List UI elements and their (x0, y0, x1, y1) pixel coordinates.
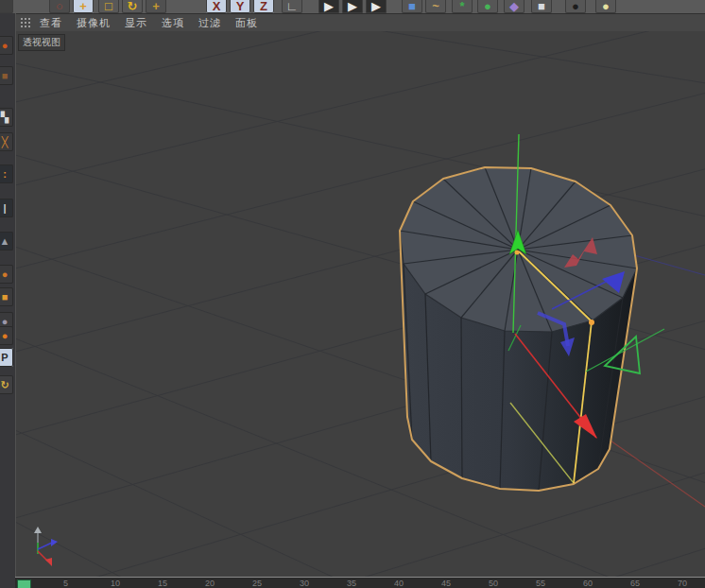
render-settings-icon: ▶ (371, 0, 381, 13)
menu-item-3[interactable]: 选项 (162, 16, 184, 30)
add-primitive-cube-icon: ■ (408, 0, 416, 13)
gizmo-center-handle[interactable] (515, 251, 520, 255)
light-icon: ● (602, 0, 610, 13)
texture-basket-button[interactable]: ■ (0, 287, 13, 306)
volume-button[interactable]: ● (477, 0, 498, 13)
render-settings-button[interactable]: ▶ (366, 0, 387, 13)
lock-y-axis-button[interactable]: Y (230, 0, 250, 13)
make-editable-icon: ● (2, 40, 9, 51)
points-mode-button[interactable]: : (0, 164, 13, 183)
edges-mode-icon: | (3, 202, 6, 214)
deformer-button[interactable]: ◆ (504, 0, 524, 13)
quantize-button[interactable]: ↻ (0, 375, 13, 394)
timeline-tick: 10 (111, 579, 120, 588)
lock-z-axis-icon: Z (260, 0, 267, 13)
render-region-button[interactable]: ▶ (342, 0, 363, 13)
last-used-tool-icon: + (152, 0, 160, 13)
coordinate-system-icon: ∟ (286, 0, 299, 13)
snap-enabled-icon: P (1, 352, 8, 363)
texture-mode-button[interactable]: ▚ (0, 108, 13, 127)
axis-modify-button[interactable]: ● (0, 326, 13, 345)
quantize-icon: ↻ (0, 379, 9, 391)
timeline-tick: 30 (300, 579, 309, 588)
tool-partial-button[interactable] (0, 0, 13, 13)
menu-item-1[interactable]: 摄像机 (77, 16, 111, 30)
render-view-button[interactable]: ▶ (318, 0, 339, 13)
lock-z-axis-button[interactable]: Z (253, 0, 274, 13)
timeline-tick: 15 (158, 579, 167, 588)
axis-modify-icon: ● (2, 330, 9, 341)
timeline-tick: 60 (583, 579, 593, 588)
deformer-icon: ◆ (509, 0, 519, 13)
last-used-tool-button[interactable]: + (146, 0, 166, 13)
polygons-mode-button[interactable]: ▲ (0, 232, 13, 251)
menu-item-2[interactable]: 显示 (125, 16, 147, 30)
spline-pen-icon: ~ (432, 0, 439, 13)
timeline-tick: 25 (252, 579, 262, 588)
timeline-tick: 5 (63, 579, 68, 588)
timeline-tick: 20 (205, 579, 215, 588)
light-button[interactable]: ● (595, 0, 616, 13)
texture-basket-icon: ■ (2, 291, 9, 303)
rotate-tool-icon: ↻ (128, 0, 138, 13)
scale-tool-button[interactable]: □ (98, 0, 119, 13)
spline-pen-button[interactable]: ~ (425, 0, 446, 13)
menu-item-4[interactable]: 过滤 (198, 16, 221, 30)
rotate-tool-button[interactable]: ↻ (122, 0, 143, 13)
mograph-button[interactable]: * (452, 0, 473, 13)
floor-button[interactable]: ■ (531, 0, 552, 13)
view-label: 透视视图 (18, 34, 65, 51)
live-selection-button[interactable]: ○ (49, 0, 70, 13)
render-region-icon: ▶ (348, 0, 357, 13)
lock-y-axis-icon: Y (236, 0, 245, 13)
workplane-mode-icon: ╳ (2, 136, 9, 148)
polygons-mode-icon: ▲ (0, 235, 9, 247)
lock-x-axis-button[interactable]: X (206, 0, 227, 13)
texture-mode-icon: ▚ (1, 112, 9, 124)
move-tool-button[interactable]: + (73, 0, 94, 13)
scale-tool-icon: □ (105, 0, 112, 13)
timeline-playhead[interactable] (17, 579, 31, 588)
timeline-ruler[interactable]: 510152025303540455055606570 (15, 577, 705, 588)
viewport-canvas[interactable] (0, 0, 705, 588)
lock-x-axis-icon: X (213, 0, 221, 13)
main-toolbar: ○+□↻+XYZ∟▶▶▶■~*●◆■●● (0, 0, 705, 13)
mograph-icon: * (459, 0, 464, 13)
edges-mode-button[interactable]: | (0, 199, 13, 217)
timeline-tick: 40 (394, 579, 404, 588)
c4d-application-window: ○+□↻+XYZ∟▶▶▶■~*●◆■●● 查看摄像机显示选项过滤面板 透视视图 … (0, 0, 705, 588)
timeline-tick: 35 (347, 579, 356, 588)
model-mode-icon: ■ (2, 70, 9, 81)
make-editable-button[interactable]: ● (0, 36, 13, 55)
animation-mode-button[interactable]: ● (0, 265, 13, 284)
camera-icon: ● (572, 0, 579, 13)
viewport-menubar: 查看摄像机显示选项过滤面板 (15, 13, 705, 31)
move-tool-icon: + (79, 0, 87, 13)
floor-icon: ■ (538, 0, 545, 13)
timeline-tick: 65 (630, 579, 640, 588)
camera-button[interactable]: ● (565, 0, 586, 13)
render-view-icon: ▶ (324, 0, 334, 13)
animation-mode-icon: ● (2, 268, 9, 280)
add-primitive-cube-button[interactable]: ■ (402, 0, 422, 13)
selected-vertex-dot[interactable] (589, 320, 594, 325)
coordinate-system-button[interactable]: ∟ (282, 0, 302, 13)
mode-sidebar: ●■▚╳:|▲●■●●P↻ (0, 13, 16, 588)
volume-icon: ● (484, 0, 491, 13)
timeline-tick: 70 (678, 579, 687, 588)
menu-item-0[interactable]: 查看 (40, 16, 62, 30)
snap-enabled-button[interactable]: P (0, 348, 13, 367)
live-selection-icon: ○ (56, 0, 63, 13)
menu-grid-icon[interactable] (21, 18, 31, 27)
model-mode-button[interactable]: ■ (0, 66, 13, 85)
menu-item-5[interactable]: 面板 (235, 16, 258, 30)
timeline-tick: 45 (441, 579, 451, 588)
timeline-tick: 50 (489, 579, 498, 588)
timeline-tick: 55 (536, 579, 545, 588)
workplane-mode-button[interactable]: ╳ (0, 132, 13, 151)
points-mode-icon: : (3, 168, 7, 180)
